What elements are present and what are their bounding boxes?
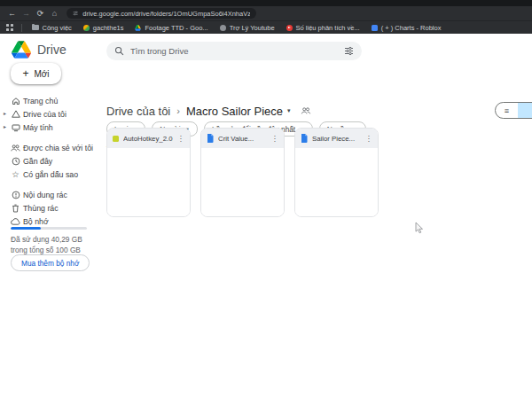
people-icon [11, 143, 20, 152]
bookmark-label: Footage TTD - Goo... [145, 24, 207, 32]
url-bar[interactable]: drive.google.com/drive/folders/1OmUGmpaS… [66, 8, 256, 19]
file-thumbnail [107, 148, 190, 217]
file-name: Crit Value... [218, 135, 267, 143]
bookmark-cong-viec[interactable]: Công việc [27, 22, 76, 34]
forward-icon[interactable]: → [21, 10, 31, 18]
clock-icon [11, 156, 20, 166]
sidebar-item-computers[interactable]: ▸ Máy tính [0, 121, 99, 134]
file-thumbnail [295, 148, 378, 217]
file-name: Sailor Piece... [312, 135, 361, 143]
sidebar-item-label: Bộ nhớ [23, 217, 49, 226]
sidebar-item-label: Gần đây [23, 157, 52, 166]
sidebar-item-shared-with-me[interactable]: Được chia sẻ với tôi [0, 141, 99, 154]
favicon [220, 25, 226, 31]
grid-view-button[interactable] [518, 103, 532, 118]
drive-logo-icon [12, 41, 31, 59]
doc-file-icon [207, 134, 214, 143]
plus-icon: + [22, 68, 28, 79]
buy-storage-button[interactable]: Mua thêm bộ nhớ [11, 254, 90, 271]
star-icon: ☆ [11, 169, 20, 179]
bookmark-label: Công việc [43, 24, 72, 32]
favicon [83, 25, 90, 31]
bookmarks-bar: Công việc gachthe1s Footage TTD - Goo...… [0, 20, 532, 34]
home-icon [11, 96, 20, 105]
sidebar-item-label: Có gắn dấu sao [23, 170, 78, 179]
url-text: drive.google.com/drive/folders/1OmUGmpaS… [82, 10, 250, 18]
exe-file-icon [113, 136, 119, 142]
storage-usage-text: Đã sử dụng 40,29 GB trong tổng số 100 GB [11, 234, 94, 255]
breadcrumb: Drive của tôi › Macro Sailor Piece ▾ [106, 103, 311, 119]
breadcrumb-root[interactable]: Drive của tôi [106, 105, 170, 118]
sidebar-item-home[interactable]: Trang chủ [0, 94, 99, 107]
search-icon [114, 46, 124, 56]
file-thumbnail [201, 148, 284, 217]
sidebar-item-spam[interactable]: Nội dung rác [0, 188, 99, 201]
file-card-header: AutoHotkey_2.0.22_s... ⋮ [107, 129, 190, 148]
reload-icon[interactable]: ⟳ [35, 10, 45, 18]
trash-icon [11, 203, 20, 213]
bookmark-so-lieu[interactable]: Số liệu phân tích về... [282, 22, 364, 34]
file-card-autohotkey[interactable]: AutoHotkey_2.0.22_s... ⋮ [106, 128, 191, 217]
browser-toolbar: ← → ⟳ ⌂ drive.google.com/drive/folders/1… [0, 6, 532, 20]
sidebar-item-label: Được chia sẻ với tôi [23, 144, 93, 152]
bookmark-label: ( + ) Charts - Roblox [381, 24, 442, 32]
sidebar-nav: Trang chủ ▸ Drive của tôi ▸ Máy tính [0, 94, 99, 228]
mouse-cursor [415, 222, 425, 238]
drive-favicon [135, 25, 141, 31]
bookmark-label: Trợ Lý Youtube [230, 24, 275, 32]
doc-file-icon [301, 134, 308, 143]
bookmark-gachthe1s[interactable]: gachthe1s [79, 22, 129, 34]
more-options-icon[interactable]: ⋮ [365, 135, 373, 143]
shared-folder-icon[interactable] [301, 106, 311, 115]
bookmark-charts-roblox[interactable]: ( + ) Charts - Roblox [367, 22, 446, 34]
sidebar-item-recent[interactable]: Gần đây [0, 154, 99, 168]
more-options-icon[interactable]: ⋮ [177, 135, 185, 143]
apps-grid-icon[interactable] [6, 24, 13, 31]
sidebar-item-starred[interactable]: ☆ Có gắn dấu sao [0, 168, 99, 181]
sidebar-item-my-drive[interactable]: ▸ Drive của tôi [0, 107, 99, 121]
search-options-icon[interactable] [344, 46, 354, 56]
youtube-favicon [286, 25, 293, 31]
sidebar-item-label: Máy tính [23, 123, 53, 132]
back-icon[interactable]: ← [7, 10, 17, 18]
spam-icon [11, 190, 20, 199]
search-input[interactable] [130, 46, 338, 56]
page-title: Macro Sailor Piece [186, 105, 283, 118]
sidebar-item-storage[interactable]: Bộ nhớ [0, 215, 99, 228]
chevron-down-icon: ▾ [287, 107, 291, 114]
cloud-icon [11, 216, 20, 226]
bookmark-footage-ttd[interactable]: Footage TTD - Goo... [130, 22, 212, 34]
sidebar-item-trash[interactable]: Thùng rác [0, 201, 99, 215]
my-drive-icon [11, 109, 20, 119]
storage-progress-fill [11, 227, 41, 230]
storage-progress [11, 227, 87, 230]
sidebar-item-label: Nội dung rác [23, 191, 67, 199]
sidebar-item-label: Trang chủ [23, 97, 58, 105]
chevron-right-icon[interactable]: ▸ [4, 111, 6, 116]
breadcrumb-current-folder[interactable]: Macro Sailor Piece ▾ [186, 105, 291, 118]
site-info-icon[interactable] [73, 10, 78, 17]
drive-logo: Drive [12, 41, 66, 59]
drive-app: Drive + Mới Trang chủ ▸ Drive của tôi ▸ [0, 34, 532, 406]
home-icon[interactable]: ⌂ [50, 10, 59, 18]
breadcrumb-separator: › [176, 105, 180, 116]
file-card-header: Crit Value... ⋮ [201, 129, 284, 148]
screen: ← → ⟳ ⌂ drive.google.com/drive/folders/1… [0, 0, 532, 406]
more-options-icon[interactable]: ⋮ [271, 135, 279, 143]
buy-storage-label: Mua thêm bộ nhớ [21, 259, 79, 268]
file-card-crit-value[interactable]: Crit Value... ⋮ [200, 128, 285, 217]
bookmark-tro-ly-youtube[interactable]: Trợ Lý Youtube [215, 22, 279, 34]
favicon [372, 25, 378, 31]
new-button-label: Mới [34, 69, 49, 79]
list-view-button[interactable]: ≡ [496, 103, 518, 118]
file-card-sailor-piece[interactable]: Sailor Piece... ⋮ [294, 128, 379, 217]
tab-strip [0, 0, 532, 6]
sidebar-item-label: Thùng rác [23, 204, 59, 213]
chevron-right-icon[interactable]: ▸ [4, 124, 6, 129]
search-bar[interactable] [106, 42, 362, 60]
new-button[interactable]: + Mới [11, 63, 61, 84]
bookmark-label: Số liệu phân tích về... [296, 24, 360, 32]
computer-icon [11, 122, 20, 132]
file-card-header: Sailor Piece... ⋮ [295, 129, 378, 148]
file-grid: AutoHotkey_2.0.22_s... ⋮ Crit Value... ⋮ [106, 128, 379, 217]
